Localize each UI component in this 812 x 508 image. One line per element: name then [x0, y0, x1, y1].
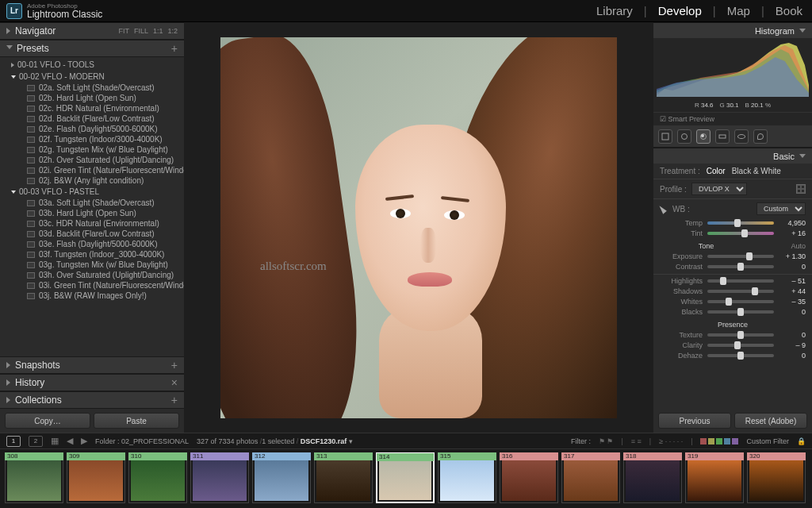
preset-item[interactable]: 02g. Tungsten Mix (w/ Blue Daylight) — [0, 144, 184, 155]
preset-item[interactable]: 03a. Soft Light (Shade/Overcast) — [0, 198, 184, 208]
rating-filter[interactable]: ≥ · · · · · — [659, 437, 683, 445]
filmstrip[interactable]: 308309310311312313314315316317318319320 — [0, 448, 812, 508]
presets-panel-header[interactable]: Presets + — [0, 40, 184, 57]
texture-slider[interactable]: Texture0 — [653, 330, 812, 341]
crop-tool[interactable] — [658, 129, 672, 144]
tint-slider[interactable]: Tint+ 16 — [653, 229, 812, 239]
preset-item[interactable]: 03g. Tungsten Mix (w/ Blue Daylight) — [0, 260, 184, 270]
preset-item[interactable]: 03h. Over Saturated (Uplight/Dancing) — [0, 270, 184, 280]
spot-tool[interactable] — [677, 129, 691, 144]
filmstrip-thumb[interactable]: 315 — [438, 452, 496, 503]
nav-fwd-icon[interactable]: ▶ — [81, 436, 87, 446]
star-filter-icon[interactable]: ≡ ≡ — [631, 437, 642, 445]
preset-item[interactable]: 03i. Green Tint (Nature/Fluorescent/Wind… — [0, 280, 184, 291]
preset-item[interactable]: 02d. Backlit (Flare/Low Contrast) — [0, 114, 184, 124]
primary-monitor-button[interactable]: 1 — [6, 436, 21, 447]
preset-item[interactable]: 02c. HDR Natural (Environmental) — [0, 103, 184, 114]
shadows-slider[interactable]: Shadows+ 44 — [653, 287, 812, 297]
filmstrip-thumb[interactable]: 314 — [376, 452, 435, 503]
module-library[interactable]: Library — [596, 4, 633, 17]
history-panel-header[interactable]: History× — [0, 374, 184, 391]
add-snapshot-icon[interactable]: + — [171, 360, 178, 371]
module-book[interactable]: Book — [776, 4, 802, 17]
zoom-1:2[interactable]: 1:2 — [167, 27, 178, 35]
filmstrip-thumb[interactable]: 311 — [190, 452, 249, 503]
filmstrip-thumb[interactable]: 316 — [500, 452, 558, 503]
add-collection-icon[interactable]: + — [171, 394, 178, 406]
highlights-slider[interactable]: Highlights– 51 — [653, 276, 812, 287]
module-develop[interactable]: Develop — [658, 4, 702, 17]
reset-button[interactable]: Reset (Adobe) — [734, 413, 807, 429]
preset-folder[interactable]: 00-03 VFLO - PASTEL — [0, 186, 184, 198]
clarity-slider[interactable]: Clarity– 9 — [653, 341, 812, 351]
blacks-slider[interactable]: Blacks0 — [653, 307, 812, 318]
secondary-monitor-button[interactable]: 2 — [29, 436, 43, 447]
brush-tool[interactable] — [753, 129, 768, 144]
copy-button[interactable]: Copy… — [5, 413, 90, 429]
exposure-slider[interactable]: Exposure+ 1.30 — [653, 252, 812, 262]
preset-item[interactable]: 02e. Flash (Daylight/5000-6000K) — [0, 124, 184, 134]
zoom-FIT[interactable]: FIT — [118, 27, 129, 35]
filmstrip-thumb[interactable]: 310 — [128, 452, 187, 503]
filmstrip-thumb[interactable]: 320 — [747, 452, 806, 503]
preset-item[interactable]: 02i. Green Tint (Nature/Fluorescent/Wind… — [0, 165, 184, 175]
navigator-panel-header[interactable]: Navigator FITFILL1:11:2 — [0, 22, 184, 40]
filmstrip-thumb[interactable]: 313 — [314, 452, 373, 503]
contrast-slider[interactable]: Contrast0 — [653, 262, 812, 272]
whites-slider[interactable]: Whites– 35 — [653, 297, 812, 307]
profile-select[interactable]: DVLOP X — [691, 183, 747, 195]
preset-item[interactable]: 03e. Flash (Daylight/5000-6000K) — [0, 239, 184, 249]
treatment-bw[interactable]: Black & White — [732, 167, 781, 175]
filmstrip-thumb[interactable]: 308 — [5, 452, 63, 503]
redeye-tool[interactable] — [696, 129, 710, 144]
filmstrip-thumb[interactable]: 312 — [252, 452, 311, 503]
grid-view-icon[interactable]: ▦ — [51, 436, 59, 446]
wb-select[interactable]: Custom — [756, 202, 806, 215]
add-preset-icon[interactable]: + — [171, 43, 178, 54]
loupe-view[interactable]: allsoftscr.com — [184, 22, 653, 433]
preset-item[interactable]: 02j. B&W (Any light condition) — [0, 175, 184, 186]
preset-folder[interactable]: 00-02 VFLO - MODERN — [0, 71, 184, 83]
preset-item[interactable]: 03c. HDR Natural (Environmental) — [0, 218, 184, 229]
snapshots-panel-header[interactable]: Snapshots+ — [0, 356, 184, 374]
collections-panel-header[interactable]: Collections+ — [0, 391, 184, 409]
color-filter[interactable] — [700, 438, 738, 444]
dehaze-slider[interactable]: Dehaze0 — [653, 351, 812, 361]
histogram[interactable] — [653, 38, 812, 100]
treatment-color[interactable]: Color — [707, 167, 726, 175]
preset-item[interactable]: 02a. Soft Light (Shade/Overcast) — [0, 83, 184, 93]
histogram-panel-header[interactable]: Histogram — [653, 22, 812, 38]
nav-back-icon[interactable]: ◀ — [67, 436, 73, 446]
wb-dropper-icon[interactable] — [657, 204, 667, 214]
zoom-FILL[interactable]: FILL — [134, 27, 148, 35]
filmstrip-thumb[interactable]: 309 — [67, 452, 125, 503]
preset-item[interactable]: 02f. Tungsten (Indoor/3000-4000K) — [0, 134, 184, 144]
profile-row: Profile : DVLOP X — [653, 179, 812, 199]
filmstrip-thumb[interactable]: 318 — [623, 452, 682, 503]
paste-button[interactable]: Paste — [94, 413, 179, 429]
auto-tone-button[interactable]: Auto — [791, 242, 806, 250]
preset-item[interactable]: 02h. Over Saturated (Uplight/Dancing) — [0, 155, 184, 165]
previous-button[interactable]: Previous — [658, 413, 731, 429]
basic-panel-header[interactable]: Basic — [653, 148, 812, 164]
preset-item[interactable]: 03j. B&W (RAW Images Only!) — [0, 291, 184, 301]
zoom-1:1[interactable]: 1:1 — [153, 27, 163, 35]
filmstrip-thumb[interactable]: 317 — [561, 452, 620, 503]
preset-item[interactable]: 03b. Hard Light (Open Sun) — [0, 208, 184, 218]
preset-item[interactable]: 03d. Backlit (Flare/Low Contrast) — [0, 229, 184, 239]
preset-item[interactable]: 03f. Tungsten (Indoor_3000-4000K) — [0, 249, 184, 260]
filmstrip-thumb[interactable]: 319 — [685, 452, 744, 503]
profile-browser-icon[interactable] — [796, 184, 806, 194]
module-map[interactable]: Map — [727, 4, 750, 17]
flag-filter-icon[interactable]: ⚑ ⚑ — [599, 437, 614, 445]
app-logo: Lr Adobe Photoshop Lightroom Classic — [6, 3, 102, 19]
radial-tool[interactable] — [734, 129, 749, 144]
filter-lock-icon[interactable]: 🔒 — [797, 437, 806, 445]
left-panel: Navigator FITFILL1:11:2 Presets + 00-01 … — [0, 22, 184, 433]
clear-history-icon[interactable]: × — [171, 377, 178, 388]
graduated-tool[interactable] — [715, 129, 730, 144]
preset-item[interactable]: 02b. Hard Light (Open Sun) — [0, 93, 184, 103]
preset-folder[interactable]: 00-01 VFLO - TOOLS — [0, 59, 184, 71]
custom-filter[interactable]: Custom Filter — [746, 437, 789, 445]
temp-slider[interactable]: Temp4,950 — [653, 218, 812, 229]
